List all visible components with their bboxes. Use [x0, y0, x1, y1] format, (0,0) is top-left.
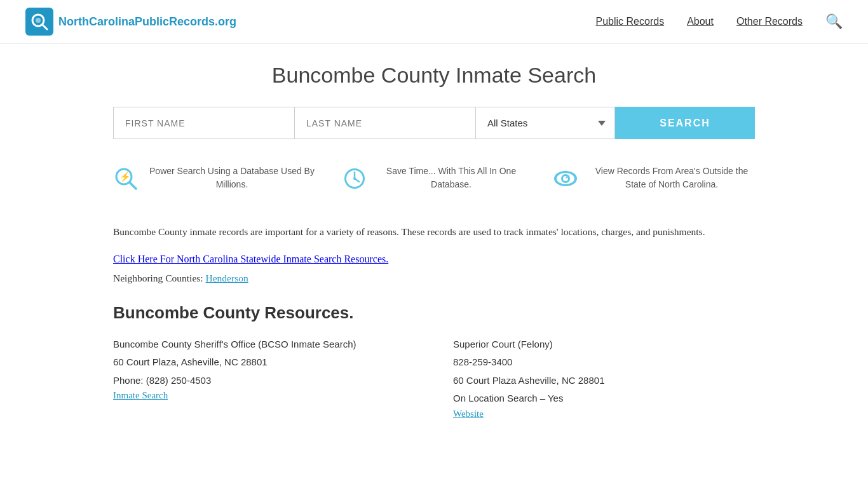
website-link[interactable]: Website: [453, 409, 484, 419]
resources-left-col: Buncombe County Sheriff's Office (BCSO I…: [113, 336, 415, 419]
nav-public-records[interactable]: Public Records: [596, 16, 665, 27]
main-content: Buncombe County Inmate Search All States…: [100, 44, 768, 458]
neighboring-counties: Neighboring Counties: Henderson: [113, 273, 755, 284]
logo-icon: [25, 8, 53, 36]
features-row: ⚡ Power Search Using a Database Used By …: [113, 158, 755, 198]
nav-other-records[interactable]: Other Records: [736, 16, 803, 27]
page-title: Buncombe County Inmate Search: [113, 63, 755, 88]
nav-about[interactable]: About: [687, 16, 714, 27]
svg-point-15: [566, 177, 568, 179]
power-search-icon: ⚡: [113, 166, 139, 191]
logo-svg: [31, 13, 48, 30]
search-bar: All States Alabama Alaska Arizona Arkans…: [113, 107, 755, 139]
statewide-link[interactable]: Click Here For North Carolina Statewide …: [113, 254, 388, 264]
resources-title: Buncombe County Resources.: [113, 303, 755, 323]
main-nav: Public Records About Other Records 🔍: [596, 13, 843, 30]
resources-right-col: Superior Court (Felony) 828-259-3400 60 …: [453, 336, 755, 419]
site-header: NorthCarolinaPublicRecords.org Public Re…: [0, 0, 868, 44]
neighboring-label: Neighboring Counties:: [113, 273, 203, 283]
feature-item-0: ⚡ Power Search Using a Database Used By …: [113, 165, 316, 191]
statewide-link-container: Click Here For North Carolina Statewide …: [113, 254, 755, 265]
resources-grid: Buncombe County Sheriff's Office (BCSO I…: [113, 336, 755, 419]
svg-text:⚡: ⚡: [119, 172, 131, 182]
resources-left-2: Phone: (828) 250-4503: [113, 372, 415, 390]
svg-line-4: [130, 182, 136, 189]
last-name-input[interactable]: [294, 107, 475, 139]
neighboring-county-henderson[interactable]: Henderson: [206, 273, 248, 283]
logo-link[interactable]: NorthCarolinaPublicRecords.org: [25, 8, 236, 36]
feature-text-1: Save Time... With This All In One Databa…: [376, 165, 526, 191]
resources-right-0: Superior Court (Felony): [453, 336, 755, 354]
logo-text: NorthCarolinaPublicRecords.org: [58, 15, 236, 29]
resources-left-1: 60 Court Plaza, Asheville, NC 28801: [113, 353, 415, 372]
body-section: Buncombe County inmate records are impor…: [113, 223, 755, 241]
feature-item-1: Save Time... With This All In One Databa…: [342, 165, 526, 191]
feature-text-0: Power Search Using a Database Used By Mi…: [147, 165, 316, 191]
search-icon[interactable]: 🔍: [825, 13, 843, 30]
inmate-search-link[interactable]: Inmate Search: [113, 390, 168, 400]
resources-right-3: On Location Search – Yes: [453, 390, 755, 408]
clock-icon: [342, 166, 367, 191]
body-paragraph-0: Buncombe County inmate records are impor…: [113, 223, 755, 241]
feature-text-2: View Records From Area's Outside the Sta…: [588, 165, 755, 191]
svg-point-10: [353, 177, 356, 180]
svg-line-1: [43, 25, 47, 29]
state-select[interactable]: All States Alabama Alaska Arizona Arkans…: [475, 107, 615, 139]
search-button[interactable]: SEARCH: [615, 107, 755, 139]
resources-right-1: 828-259-3400: [453, 353, 755, 372]
resources-left-0: Buncombe County Sheriff's Office (BCSO I…: [113, 336, 415, 354]
resources-right-2: 60 Court Plaza Asheville, NC 28801: [453, 372, 755, 390]
first-name-input[interactable]: [113, 107, 294, 139]
feature-item-2: View Records From Area's Outside the Sta…: [552, 165, 755, 191]
eye-icon: [552, 166, 580, 191]
svg-point-2: [36, 18, 41, 23]
